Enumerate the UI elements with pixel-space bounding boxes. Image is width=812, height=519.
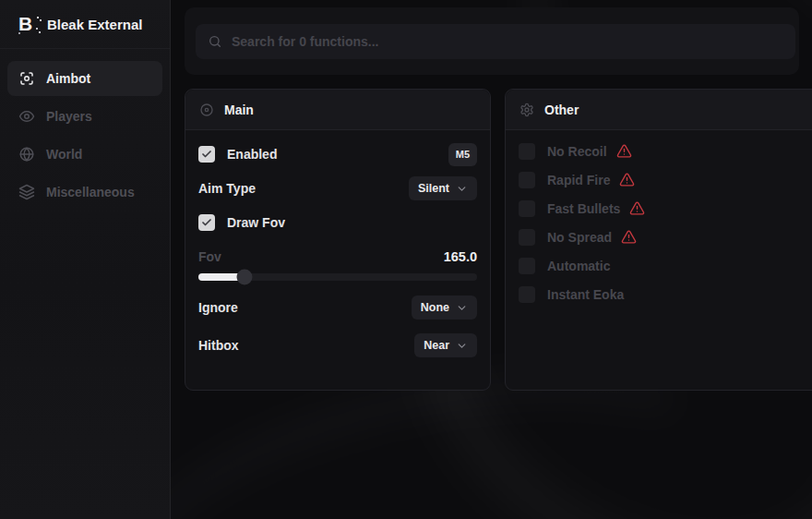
- draw-fov-checkbox[interactable]: [198, 214, 215, 231]
- enabled-label: Enabled: [227, 147, 277, 162]
- fov-slider-thumb[interactable]: [236, 270, 252, 285]
- warning-triangle-icon: [629, 200, 645, 216]
- hitbox-label: Hitbox: [198, 338, 239, 353]
- fov-label: Fov: [198, 249, 221, 264]
- aim-type-dropdown[interactable]: Silent: [409, 176, 477, 200]
- no-spread-checkbox[interactable]: [519, 229, 535, 246]
- aim-type-label: Aim Type: [198, 181, 256, 196]
- sidebar-item-aimbot[interactable]: Aimbot: [7, 61, 162, 96]
- panel-main-body: Enabled M5 Aim Type Silent Draw Fov Fov …: [185, 130, 490, 380]
- search-input[interactable]: [232, 34, 783, 49]
- logo-glitch-pixels: [37, 17, 39, 18]
- no-recoil-checkbox[interactable]: [519, 143, 535, 160]
- panel-main: Main Enabled M5 Aim Type Silent Draw Fov: [185, 89, 491, 391]
- sidebar-item-world[interactable]: World: [7, 137, 162, 172]
- warning-triangle-icon: [616, 143, 632, 159]
- panel-other-body: No Recoil Rapid Fire Fast Bullets No Spr…: [506, 130, 812, 326]
- sidebar: B Bleak External Aimbot Players World Mi…: [0, 0, 171, 519]
- fov-slider[interactable]: [198, 273, 477, 281]
- app-title: Bleak External: [47, 17, 142, 32]
- fast-bullets-row: Fast Bullets: [519, 199, 812, 217]
- fov-value: 165.0: [444, 249, 477, 264]
- warning-triangle-icon: [621, 229, 637, 245]
- check-icon: [201, 149, 212, 160]
- instant-eoka-checkbox[interactable]: [519, 286, 535, 303]
- rapid-fire-row: Rapid Fire: [519, 171, 812, 188]
- fov-row: Fov 165.0: [198, 245, 477, 269]
- enabled-checkbox[interactable]: [198, 146, 215, 163]
- ignore-row: Ignore None: [198, 296, 477, 320]
- ignore-label: Ignore: [198, 300, 238, 315]
- instant-eoka-label: Instant Eoka: [547, 287, 624, 302]
- globe-icon: [18, 146, 35, 163]
- enabled-keybind-button[interactable]: M5: [448, 143, 477, 166]
- panel-other-header: Other: [506, 90, 812, 130]
- panel-main-header: Main: [185, 90, 490, 130]
- sidebar-item-label: Players: [46, 109, 92, 124]
- layers-icon: [18, 184, 35, 200]
- rapid-fire-label: Rapid Fire: [547, 173, 610, 187]
- automatic-row: Automatic: [519, 257, 812, 274]
- sidebar-item-miscellaneous[interactable]: Miscellaneous: [7, 175, 162, 210]
- aim-type-row: Aim Type Silent: [198, 176, 477, 200]
- logo-letter: B: [18, 13, 31, 35]
- sidebar-item-players[interactable]: Players: [7, 99, 162, 134]
- automatic-label: Automatic: [547, 259, 610, 273]
- gear-icon: [519, 103, 534, 117]
- ignore-value: None: [421, 301, 449, 314]
- rapid-fire-checkbox[interactable]: [519, 172, 535, 188]
- enabled-row: Enabled M5: [198, 142, 477, 166]
- panel-other: Other No Recoil Rapid Fire Fast Bullets …: [505, 89, 812, 391]
- focus-icon: [18, 70, 35, 87]
- instant-eoka-row: Instant Eoka: [519, 285, 812, 303]
- warning-triangle-icon: [619, 172, 635, 187]
- panel-title: Other: [544, 103, 579, 117]
- panel-title: Main: [224, 103, 254, 117]
- hitbox-dropdown[interactable]: Near: [414, 333, 477, 357]
- sidebar-item-label: Aimbot: [46, 71, 90, 86]
- chevron-down-icon: [456, 302, 468, 314]
- aim-type-value: Silent: [418, 182, 449, 195]
- search-bar-container: [185, 7, 799, 75]
- chevron-down-icon: [456, 183, 468, 195]
- draw-fov-row: Draw Fov: [198, 211, 477, 235]
- fast-bullets-checkbox[interactable]: [519, 200, 535, 217]
- chevron-down-icon: [456, 340, 468, 352]
- automatic-checkbox[interactable]: [519, 258, 535, 274]
- fast-bullets-label: Fast Bullets: [547, 201, 620, 216]
- check-icon: [201, 217, 212, 228]
- search-icon: [208, 34, 222, 49]
- disc-icon: [199, 103, 214, 117]
- no-recoil-label: No Recoil: [547, 144, 607, 159]
- draw-fov-label: Draw Fov: [227, 215, 285, 230]
- sidebar-item-label: Miscellaneous: [46, 185, 135, 199]
- no-spread-row: No Spread: [519, 228, 812, 246]
- no-spread-label: No Spread: [547, 230, 612, 245]
- sidebar-header: B Bleak External: [0, 0, 170, 49]
- hitbox-value: Near: [424, 339, 449, 352]
- ignore-dropdown[interactable]: None: [412, 296, 477, 320]
- search-field[interactable]: [196, 24, 795, 59]
- eye-icon: [18, 108, 35, 125]
- sidebar-nav: Aimbot Players World Miscellaneous: [0, 49, 170, 222]
- sidebar-item-label: World: [46, 147, 82, 162]
- app-logo: B: [14, 13, 36, 35]
- no-recoil-row: No Recoil: [519, 142, 812, 160]
- hitbox-row: Hitbox Near: [198, 333, 477, 357]
